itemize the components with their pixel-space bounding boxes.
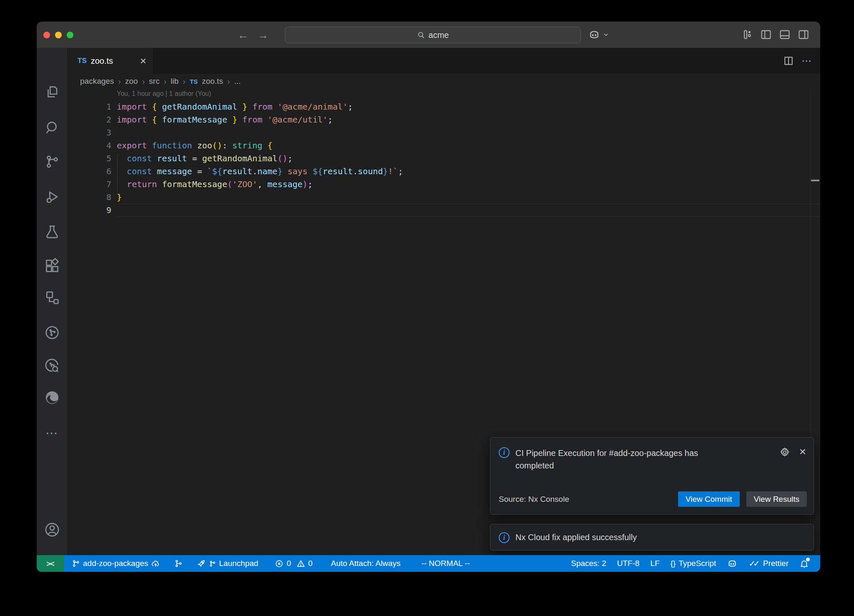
edge-browser-icon[interactable] <box>44 389 60 406</box>
error-icon <box>275 559 284 568</box>
notification-badge-dot <box>806 558 810 561</box>
remote-icon: >< <box>46 559 53 568</box>
notification-message: Nx Cloud fix applied successfully <box>515 533 637 542</box>
encoding-status[interactable]: UTF-8 <box>612 555 645 572</box>
view-results-button[interactable]: View Results <box>746 491 807 507</box>
line-number: 6 <box>68 165 111 178</box>
warning-count: 0 <box>308 559 313 568</box>
testing-icon[interactable] <box>44 223 60 240</box>
navigate-back-icon[interactable]: ← <box>238 29 249 41</box>
copilot-icon <box>727 558 738 569</box>
navigate-forward-icon[interactable]: → <box>258 29 269 41</box>
vscode-window: ← → acme <box>37 22 820 572</box>
chevron-right-icon: › <box>142 77 145 86</box>
vim-mode-status[interactable]: -- NORMAL -- <box>417 555 474 572</box>
nx-cloud-icon[interactable] <box>44 324 60 341</box>
chevron-down-icon <box>603 32 609 38</box>
line-number: 8 <box>68 191 111 204</box>
code-line[interactable]: 9 <box>68 204 820 217</box>
macos-zoom-button[interactable] <box>67 32 73 38</box>
breadcrumb-item[interactable]: zoo <box>125 77 138 86</box>
indentation-status[interactable]: Spaces: 2 <box>565 555 612 572</box>
git-graph-icon <box>174 559 183 568</box>
warning-icon <box>296 559 305 568</box>
close-notification-icon[interactable]: × <box>799 447 806 458</box>
code-line[interactable]: 2import { formatMessage } from '@acme/ut… <box>68 113 820 126</box>
indent-guide <box>117 154 118 193</box>
breadcrumb-overflow[interactable]: ... <box>234 77 241 86</box>
code-line[interactable]: 7 return formatMessage('ZOO', message); <box>68 178 820 191</box>
typescript-file-icon: TS <box>190 78 198 85</box>
line-number: 2 <box>68 113 111 126</box>
command-center-search[interactable]: acme <box>285 27 581 43</box>
toggle-panel-icon[interactable] <box>779 29 791 40</box>
toggle-secondary-sidebar-icon[interactable] <box>798 29 809 40</box>
tab-label: zoo.ts <box>91 56 113 66</box>
language-mode-status[interactable]: {} TypeScript <box>665 555 721 572</box>
source-control-icon[interactable] <box>44 153 60 170</box>
close-tab-icon[interactable]: × <box>140 57 146 65</box>
notification-source: Source: Nx Console <box>499 495 569 504</box>
code-line[interactable]: 6 const message = `${result.name} says $… <box>68 165 820 178</box>
git-blame-annotation: You, 1 hour ago | 1 author (You) <box>68 89 820 100</box>
nx-console-icon[interactable] <box>44 289 60 306</box>
code-line[interactable]: 5 const result = getRandomAnimal(); <box>68 152 820 165</box>
code-line[interactable]: 8} <box>68 191 820 204</box>
breadcrumb-item[interactable]: src <box>149 77 159 86</box>
desktop: ← → acme <box>0 0 854 616</box>
problems-status[interactable]: 0 0 <box>271 555 316 572</box>
split-editor-icon[interactable] <box>783 55 794 66</box>
breadcrumb-item[interactable]: lib <box>171 77 178 86</box>
launchpad-status[interactable]: Launchpad <box>193 555 262 572</box>
info-icon: i <box>499 447 510 458</box>
typescript-file-icon: TS <box>78 57 87 65</box>
activity-bar: ⋯ <box>37 48 68 555</box>
notification-toast: i Nx Cloud fix applied successfully <box>490 524 814 551</box>
code-line[interactable]: 4export function zoo(): string { <box>68 139 820 152</box>
notifications-bell[interactable] <box>794 555 814 572</box>
notification-toast: i CI Pipeline Execution for #add-zoo-pac… <box>490 437 814 515</box>
notification-message: CI Pipeline Execution for #add-zoo-packa… <box>515 447 736 472</box>
more-actions-icon[interactable]: ⋯ <box>801 55 812 67</box>
breadcrumb: packages › zoo › src › lib › TS zoo.ts ›… <box>68 74 820 89</box>
remote-indicator[interactable]: >< <box>37 555 64 572</box>
notification-settings-gear-icon[interactable] <box>779 447 790 458</box>
breadcrumb-file[interactable]: zoo.ts <box>202 77 223 86</box>
explorer-icon[interactable] <box>44 84 60 100</box>
breadcrumb-item[interactable]: packages <box>80 77 114 86</box>
copilot-status[interactable] <box>721 555 743 572</box>
extensions-icon[interactable] <box>44 258 60 274</box>
info-icon: i <box>499 532 510 543</box>
auto-attach-status[interactable]: Auto Attach: Always <box>327 555 405 572</box>
search-value: acme <box>429 30 449 40</box>
git-branch-status[interactable]: add-zoo-packages <box>68 555 164 572</box>
search-icon[interactable] <box>44 119 60 136</box>
macos-minimize-button[interactable] <box>55 32 62 38</box>
formatter-status[interactable]: ✓✓ Prettier <box>743 555 794 572</box>
toggle-primary-sidebar-icon[interactable] <box>760 29 772 40</box>
overview-ruler-cursor-marker <box>811 180 819 181</box>
chevron-right-icon: › <box>118 77 121 86</box>
code-line[interactable]: 3 <box>68 126 820 139</box>
code-line[interactable]: 1import { getRandomAnimal } from '@acme/… <box>68 100 820 113</box>
branch-small-icon <box>209 560 216 567</box>
view-commit-button[interactable]: View Commit <box>678 491 740 507</box>
chevron-right-icon: › <box>227 77 230 86</box>
more-views-icon[interactable]: ⋯ <box>44 424 60 441</box>
customize-layout-icon[interactable] <box>741 29 753 40</box>
bell-icon <box>799 559 809 568</box>
git-graph-status[interactable] <box>170 555 187 572</box>
launchpad-label: Launchpad <box>219 559 258 568</box>
tab-zoo-ts[interactable]: TS zoo.ts × <box>68 48 153 74</box>
line-number: 5 <box>68 152 111 165</box>
eol-status[interactable]: LF <box>645 555 665 572</box>
rocket-icon <box>197 559 206 568</box>
accounts-icon[interactable] <box>44 521 60 538</box>
search-icon <box>417 31 425 39</box>
chevron-right-icon: › <box>164 77 167 86</box>
macos-close-button[interactable] <box>43 32 50 38</box>
nx-cloud-inspect-icon[interactable] <box>44 358 60 374</box>
copilot-menu[interactable] <box>588 28 609 41</box>
line-number: 4 <box>68 139 111 152</box>
run-and-debug-icon[interactable] <box>44 189 60 205</box>
